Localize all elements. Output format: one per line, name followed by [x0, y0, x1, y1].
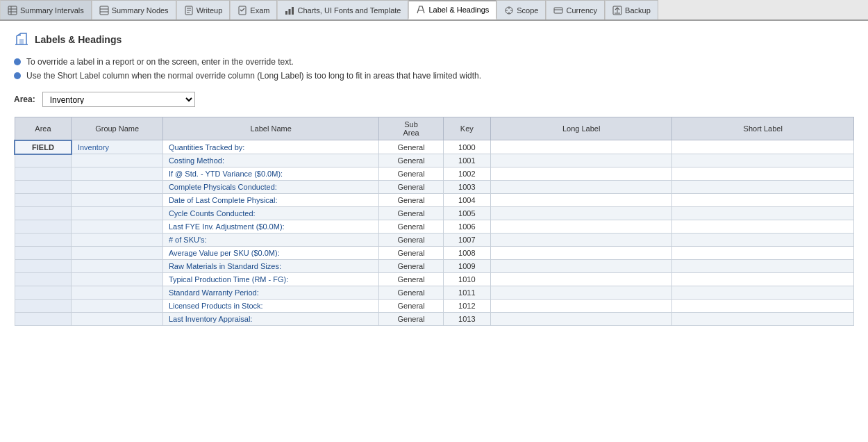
long-label-input[interactable] — [496, 315, 667, 323]
info-bullet-2: Use the Short Label column when the norm… — [14, 71, 854, 81]
short-label-input[interactable] — [678, 249, 848, 257]
table-row[interactable]: Licensed Products in Stock:General1012 — [15, 300, 854, 313]
cell-short-label[interactable] — [672, 194, 854, 207]
cell-label: Cycle Counts Conducted: — [162, 207, 378, 220]
table-row[interactable]: Standard Warranty Period:General1011 — [15, 286, 854, 300]
short-label-input[interactable] — [678, 170, 848, 178]
long-label-input[interactable] — [496, 156, 667, 165]
cell-group — [72, 234, 163, 247]
tab-currency-label: Currency — [566, 6, 597, 15]
short-label-input[interactable] — [678, 143, 848, 152]
cell-area — [15, 194, 72, 207]
area-select[interactable]: Inventory General Assets Liabilities — [42, 92, 195, 107]
cell-short-label[interactable] — [672, 273, 854, 286]
long-label-input[interactable] — [496, 196, 667, 204]
cell-long-label[interactable] — [490, 286, 672, 300]
short-label-input[interactable] — [678, 315, 848, 323]
exam-icon — [237, 6, 247, 15]
cell-short-label[interactable] — [672, 247, 854, 260]
cell-long-label[interactable] — [490, 181, 672, 194]
table-row[interactable]: Typical Production Time (RM - FG):Genera… — [15, 273, 854, 286]
tab-charts-fonts[interactable]: Charts, UI Fonts and Template — [277, 0, 408, 19]
cell-short-label[interactable] — [672, 154, 854, 167]
cell-label: Licensed Products in Stock: — [162, 300, 378, 313]
table-row[interactable]: Average Value per SKU ($0.0M):General100… — [15, 247, 854, 260]
table-row[interactable]: # of SKU's:General1007 — [15, 234, 854, 247]
info-bullet-2-text: Use the Short Label column when the norm… — [26, 71, 481, 81]
cell-sub-area: General — [379, 181, 443, 194]
short-label-input[interactable] — [678, 222, 848, 231]
cell-group — [72, 181, 163, 194]
cell-long-label[interactable] — [490, 273, 672, 286]
short-label-input[interactable] — [678, 262, 848, 270]
cell-long-label[interactable] — [490, 260, 672, 273]
short-label-input[interactable] — [678, 156, 848, 165]
cell-short-label[interactable] — [672, 167, 854, 181]
cell-group — [72, 207, 163, 220]
tab-bar: Summary Intervals Summary Nodes Writeup … — [0, 0, 868, 21]
cell-area — [15, 234, 72, 247]
cell-short-label[interactable] — [672, 207, 854, 220]
long-label-input[interactable] — [496, 236, 667, 244]
cell-long-label[interactable] — [490, 313, 672, 326]
table-row[interactable]: Costing Method:General1001 — [15, 154, 854, 167]
short-label-input[interactable] — [678, 209, 848, 218]
table-row[interactable]: FIELDInventoryQuantities Tracked by:Gene… — [15, 140, 854, 154]
currency-icon — [553, 6, 563, 15]
long-label-input[interactable] — [496, 262, 667, 270]
cell-area — [15, 286, 72, 300]
tab-summary-intervals[interactable]: Summary Intervals — [0, 0, 92, 19]
cell-sub-area: General — [379, 207, 443, 220]
cell-short-label[interactable] — [672, 313, 854, 326]
table-row[interactable]: Raw Materials in Standard Sizes:General1… — [15, 260, 854, 273]
cell-short-label[interactable] — [672, 140, 854, 154]
cell-long-label[interactable] — [490, 154, 672, 167]
short-label-input[interactable] — [678, 288, 848, 297]
long-label-input[interactable] — [496, 170, 667, 178]
cell-long-label[interactable] — [490, 167, 672, 181]
table-row[interactable]: Cycle Counts Conducted:General1005 — [15, 207, 854, 220]
cell-short-label[interactable] — [672, 260, 854, 273]
long-label-input[interactable] — [496, 288, 667, 297]
tab-exam[interactable]: Exam — [230, 0, 277, 19]
tab-backup-label: Backup — [625, 6, 651, 15]
cell-long-label[interactable] — [490, 300, 672, 313]
long-label-input[interactable] — [496, 222, 667, 231]
short-label-input[interactable] — [678, 183, 848, 191]
long-label-input[interactable] — [496, 183, 667, 191]
cell-long-label[interactable] — [490, 247, 672, 260]
cell-short-label[interactable] — [672, 234, 854, 247]
table-row[interactable]: Complete Physicals Conducted:General1003 — [15, 181, 854, 194]
tab-writeup[interactable]: Writeup — [176, 0, 231, 19]
cell-label: Standard Warranty Period: — [162, 286, 378, 300]
cell-short-label[interactable] — [672, 220, 854, 234]
cell-short-label[interactable] — [672, 286, 854, 300]
table-row[interactable]: Last Inventory Appraisal:General1013 — [15, 313, 854, 326]
table-row[interactable]: Date of Last Complete Physical:General10… — [15, 194, 854, 207]
long-label-input[interactable] — [496, 275, 667, 284]
long-label-input[interactable] — [496, 143, 667, 152]
tab-backup[interactable]: Backup — [605, 0, 658, 19]
tab-summary-nodes[interactable]: Summary Nodes — [92, 0, 176, 19]
cell-long-label[interactable] — [490, 207, 672, 220]
cell-group — [72, 194, 163, 207]
tab-currency[interactable]: Currency — [546, 0, 605, 19]
short-label-input[interactable] — [678, 275, 848, 284]
cell-long-label[interactable] — [490, 220, 672, 234]
cell-long-label[interactable] — [490, 140, 672, 154]
tab-label-headings[interactable]: Label & Headings — [408, 0, 496, 19]
cell-long-label[interactable] — [490, 194, 672, 207]
cell-long-label[interactable] — [490, 234, 672, 247]
long-label-input[interactable] — [496, 249, 667, 257]
cell-key: 1012 — [443, 300, 490, 313]
long-label-input[interactable] — [496, 302, 667, 310]
table-row[interactable]: Last FYE Inv. Adjustment ($0.0M):General… — [15, 220, 854, 234]
long-label-input[interactable] — [496, 209, 667, 218]
tab-scope[interactable]: Scope — [496, 0, 546, 19]
table-row[interactable]: If @ Std. - YTD Variance ($0.0M):General… — [15, 167, 854, 181]
cell-short-label[interactable] — [672, 300, 854, 313]
short-label-input[interactable] — [678, 236, 848, 244]
cell-short-label[interactable] — [672, 181, 854, 194]
short-label-input[interactable] — [678, 196, 848, 204]
short-label-input[interactable] — [678, 302, 848, 310]
